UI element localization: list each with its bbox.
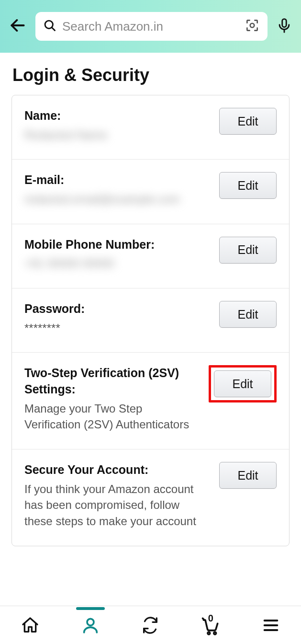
edit-name-button[interactable]: Edit: [219, 108, 277, 135]
svg-point-7: [208, 632, 210, 634]
edit-secure-button[interactable]: Edit: [219, 462, 277, 489]
nav-active-indicator: [76, 607, 105, 610]
twosv-desc: Manage your Two Step Verification (2SV) …: [24, 401, 200, 433]
edit-email-button[interactable]: Edit: [219, 172, 277, 199]
row-2sv: Two-Step Verification (2SV) Settings: Ma…: [12, 353, 289, 449]
camera-scan-icon[interactable]: [245, 18, 260, 35]
nav-refresh[interactable]: [137, 612, 164, 639]
email-label: E-mail:: [24, 172, 211, 188]
row-secure-account: Secure Your Account: If you think your A…: [12, 449, 289, 546]
row-email: E-mail: redacted.email@example.com Edit: [12, 160, 289, 224]
secure-label: Secure Your Account:: [24, 462, 211, 478]
search-icon: [43, 19, 56, 34]
password-value: ********: [24, 320, 211, 336]
row-name: Name: Redacted Name Edit: [12, 95, 289, 160]
secure-desc: If you think your Amazon account has bee…: [24, 481, 211, 529]
name-label: Name:: [24, 108, 211, 124]
refresh-icon: [141, 616, 160, 635]
svg-point-6: [87, 619, 94, 625]
svg-rect-4: [282, 19, 287, 27]
nav-home[interactable]: [17, 612, 44, 639]
mobile-label: Mobile Phone Number:: [24, 237, 211, 253]
edit-2sv-highlight: Edit: [209, 365, 277, 402]
settings-card: Name: Redacted Name Edit E-mail: redacte…: [11, 95, 290, 546]
email-value: redacted.email@example.com: [24, 191, 211, 207]
nav-account[interactable]: [77, 612, 104, 639]
edit-password-button[interactable]: Edit: [219, 301, 277, 328]
edit-2sv-button[interactable]: Edit: [214, 370, 271, 397]
edit-mobile-button[interactable]: Edit: [219, 237, 277, 264]
nav-menu[interactable]: [257, 612, 284, 639]
app-header: [0, 0, 301, 53]
nav-cart[interactable]: 0: [197, 612, 224, 639]
bottom-nav: 0: [0, 606, 301, 644]
back-icon[interactable]: [9, 16, 27, 36]
search-bar[interactable]: [35, 12, 268, 41]
hamburger-icon: [261, 616, 280, 635]
password-label: Password:: [24, 301, 211, 317]
cart-count: 0: [208, 613, 213, 624]
twosv-label: Two-Step Verification (2SV) Settings:: [24, 365, 200, 398]
user-icon: [81, 616, 100, 635]
page-title: Login & Security: [0, 53, 301, 95]
mobile-value: +91 00000 00000: [24, 255, 211, 272]
home-icon: [21, 616, 40, 635]
row-mobile: Mobile Phone Number: +91 00000 00000 Edi…: [12, 224, 289, 288]
name-value: Redacted Name: [24, 127, 211, 143]
row-password: Password: ******** Edit: [12, 288, 289, 353]
svg-point-3: [250, 23, 255, 28]
svg-point-8: [214, 632, 216, 634]
microphone-icon[interactable]: [276, 17, 292, 35]
search-input[interactable]: [62, 19, 239, 34]
svg-line-2: [52, 27, 55, 30]
